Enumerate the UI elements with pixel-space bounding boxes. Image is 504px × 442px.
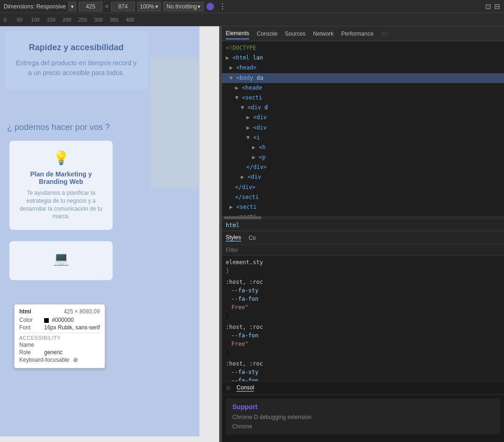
device-icon1[interactable]: ⊡ bbox=[485, 2, 491, 11]
width-input[interactable] bbox=[79, 2, 102, 11]
console-content: Support Chrome D debugging extension Chr… bbox=[222, 395, 504, 438]
dom-line-h[interactable]: ▶ <h bbox=[222, 143, 504, 152]
dom-line-div3[interactable]: ▶ <div bbox=[222, 123, 504, 133]
dom-line-div1[interactable]: ▼ <div d bbox=[222, 103, 504, 113]
dom-line-body[interactable]: ▼ <body da bbox=[222, 73, 504, 83]
tooltip-keyboard-val: ⊘ bbox=[73, 357, 78, 363]
devtools-tabs: Elements Console Sources Network Perform… bbox=[222, 26, 504, 41]
dimensions-dropdown[interactable]: ▾ bbox=[69, 2, 76, 11]
styles-pane: Styles Co element.sty } :host, :roc --fa… bbox=[222, 231, 504, 381]
dom-panel: <!DOCTYPE ▶ <html lan ▶ <head> ▼ <body d… bbox=[222, 41, 504, 216]
main-area: Rapidez y accesibilidad Entrega del prod… bbox=[0, 26, 504, 442]
console-tabs: ⚙ Consol Support Chrome D debugging exte… bbox=[222, 381, 504, 442]
dom-line-closesecti: </secti bbox=[222, 192, 504, 202]
tooltip-accessibility-head: ACCESSIBILITY bbox=[19, 333, 100, 341]
element-style-label: element.sty bbox=[226, 259, 263, 266]
dom-line-secti2[interactable]: ▶ <secti bbox=[222, 202, 504, 212]
dom-line-div2[interactable]: ▶ <div bbox=[222, 113, 504, 122]
ruler-row: 0 50 100 150 200 250 300 350 400 bbox=[0, 13, 504, 26]
tab-computed[interactable]: Co bbox=[249, 235, 256, 241]
laptop-icon: 💻 bbox=[16, 251, 106, 266]
blue-strip bbox=[150, 57, 199, 188]
tab-sources[interactable]: Sources bbox=[285, 29, 305, 39]
filter-input[interactable] bbox=[226, 247, 500, 253]
element-tooltip: html 425 × 8093.09 Color #000000 Font 16… bbox=[14, 304, 105, 368]
dom-line-p[interactable]: ▶ <p bbox=[222, 152, 504, 162]
support-box: Support Chrome D debugging extension Chr… bbox=[226, 398, 500, 434]
tab-elements[interactable]: Elements bbox=[226, 28, 249, 39]
extra-icon bbox=[206, 3, 214, 10]
dom-line-secti3[interactable]: ▶ <secti bbox=[222, 212, 504, 216]
style-block-1: :host, :roc --fa-sty --fa-fon Free" } bbox=[226, 277, 500, 320]
tooltip-color-key: Color bbox=[19, 317, 40, 323]
tooltip-tag: html bbox=[19, 308, 31, 315]
card-heading: Rapidez y accesibilidad bbox=[14, 43, 138, 53]
dom-line-closediv: </div> bbox=[222, 162, 504, 172]
tooltip-font-val: 16px Rubik, sans-serif bbox=[44, 324, 100, 331]
console-tab-row: ⚙ Consol bbox=[222, 381, 504, 395]
dom-line-doctype: <!DOCTYPE bbox=[222, 43, 504, 53]
service-card-laptop: 💻 bbox=[9, 241, 113, 280]
preview-pane: Rapidez y accesibilidad Entrega del prod… bbox=[0, 26, 219, 442]
device-icon2[interactable]: ⊟ bbox=[494, 2, 500, 11]
tab-console-bottom[interactable]: Consol bbox=[237, 384, 254, 392]
support-text: Chrome D debugging extension bbox=[232, 413, 494, 421]
tab-styles[interactable]: Styles bbox=[226, 234, 241, 242]
styles-tabs: Styles Co bbox=[222, 231, 504, 244]
dom-line-closediv2: </div> bbox=[222, 183, 504, 192]
service-cards-2: 💻 bbox=[0, 237, 199, 284]
service-title-1: Plan de Marketing y Branding Web bbox=[16, 170, 106, 185]
chrome-label: Chrome bbox=[232, 423, 494, 430]
toolbar: Dimensions: Responsive ▾ × 100% ▾ No thr… bbox=[0, 0, 504, 13]
tooltip-keyboard-key: Keyboard-focusable bbox=[19, 357, 69, 363]
tab-console[interactable]: Console bbox=[257, 29, 277, 39]
tooltip-role-val: generic bbox=[44, 349, 62, 356]
support-title: Support bbox=[232, 403, 494, 411]
devtools-panel: Elements Console Sources Network Perform… bbox=[222, 26, 504, 442]
scrollbar-thumb[interactable] bbox=[224, 216, 261, 219]
dimension-separator: × bbox=[105, 3, 108, 10]
zoom-dropdown[interactable]: 100% ▾ bbox=[137, 2, 160, 11]
color-swatch bbox=[44, 318, 49, 323]
style-block-2: :host, :roc --fa-fon Free" } bbox=[226, 322, 500, 356]
card-body: Entrega del producto en tiempos record y… bbox=[14, 58, 138, 78]
dom-line-head[interactable]: ▶ <head> bbox=[222, 63, 504, 73]
dom-line-i[interactable]: ▼ <i bbox=[222, 133, 504, 143]
dimensions-label: Dimensions: Responsive bbox=[4, 3, 66, 10]
styles-content: element.sty } :host, :roc --fa-sty --fa-… bbox=[222, 256, 504, 381]
tooltip-dim: 425 × 8093.09 bbox=[64, 308, 100, 315]
dom-breadcrumb: html bbox=[222, 220, 504, 231]
breadcrumb-html: html bbox=[226, 222, 239, 229]
throttle-dropdown[interactable]: No throttling ▾ bbox=[163, 2, 204, 11]
card-rapidez: Rapidez y accesibilidad Entrega del prod… bbox=[5, 31, 148, 90]
tab-performance[interactable]: Performance bbox=[341, 29, 374, 39]
dom-line-header[interactable]: ▶ <heade bbox=[222, 83, 504, 93]
tooltip-color-val: #000000 bbox=[44, 317, 74, 323]
preview-content: Rapidez y accesibilidad Entrega del prod… bbox=[0, 26, 199, 436]
service-card-marketing: 💡 Plan de Marketing y Branding Web Te ay… bbox=[9, 141, 113, 230]
ruler-marks: 0 50 100 150 200 250 300 350 400 bbox=[4, 17, 134, 23]
settings-icon[interactable]: ⚙ bbox=[226, 385, 231, 391]
dom-line-html[interactable]: ▶ <html lan bbox=[222, 53, 504, 63]
tooltip-font-key: Font bbox=[19, 324, 40, 331]
filter-bar bbox=[222, 244, 504, 256]
style-block-3: :host, :roc --fa-sty --fa-fon Brand" } bbox=[226, 359, 500, 381]
horizontal-scrollbar[interactable] bbox=[222, 216, 504, 220]
more-button[interactable]: ⋮ bbox=[219, 2, 226, 11]
height-input[interactable] bbox=[111, 2, 135, 11]
tooltip-role-key: Role bbox=[19, 349, 40, 356]
service-body-1: Te ayudamos a planificar la estrategia d… bbox=[16, 189, 106, 221]
lightbulb-icon: 💡 bbox=[16, 150, 106, 166]
element-style-block: element.sty } bbox=[226, 258, 500, 274]
dom-line-secti1[interactable]: ▼ <secti bbox=[222, 93, 504, 103]
bottom-bar: ⚙ Consol Support Chrome D debugging exte… bbox=[222, 381, 504, 442]
dom-line-div4[interactable]: ▶ <div bbox=[222, 172, 504, 182]
tab-network[interactable]: Network bbox=[313, 29, 334, 39]
more-tabs[interactable]: >> bbox=[381, 30, 388, 37]
tooltip-name-key: Name bbox=[19, 342, 40, 348]
